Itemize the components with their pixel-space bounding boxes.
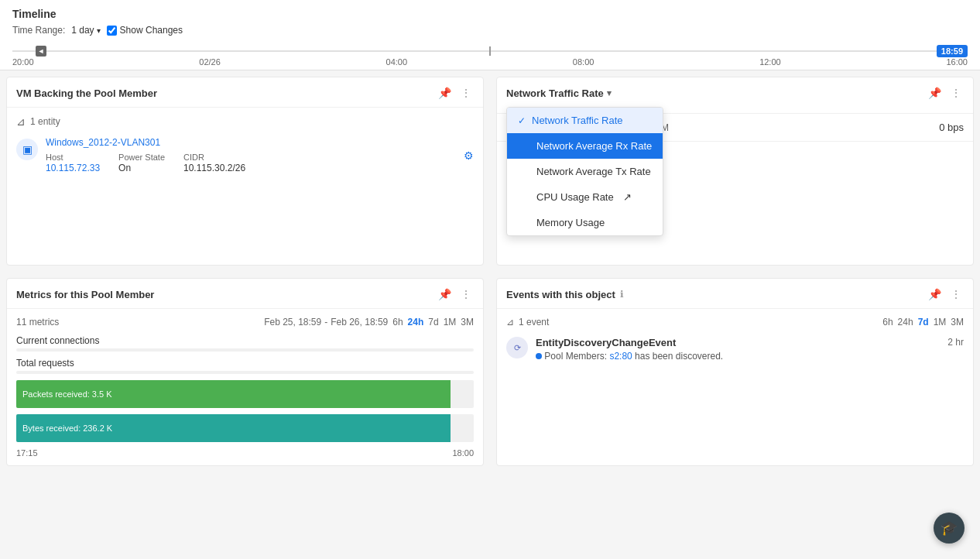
event-row: ⟳ EntityDiscoveryChangeEvent Pool Member… [506,337,964,362]
time-link-6h[interactable]: 6h [882,317,893,328]
more-options-icon[interactable]: ⋮ [458,85,474,101]
pin-icon[interactable]: 📌 [437,286,452,302]
metric-selector[interactable]: Network Traffic Rate ▾ [506,87,612,99]
timeline-controls: Time Range: 1 day ▾ Show Changes [12,25,968,36]
event-icon: ⟳ [506,337,528,358]
vm-panel-title: VM Backing the Pool Member [16,87,157,99]
metric-current-connections: Current connections [16,335,474,352]
time-link-1m[interactable]: 1M [444,317,457,328]
vm-panel: VM Backing the Pool Member 📌 ⋮ ⊿ 1 entit… [6,77,484,266]
time-link-6h[interactable]: 6h [392,317,403,328]
metrics-count: 11 metrics [16,317,59,328]
timeline-title: Timeline [12,8,968,20]
dropdown-item-network-avg-tx[interactable]: Network Average Tx Rate [507,159,663,184]
time-link-7d[interactable]: 7d [428,317,438,328]
tick-label: 08:00 [573,57,595,67]
tick-label: 16:00 [946,57,968,67]
more-options-icon[interactable]: ⋮ [948,286,964,302]
metrics-panel-actions: 📌 ⋮ [437,286,474,302]
host-value[interactable]: 10.115.72.33 [46,163,100,173]
metric-selector-label: Network Traffic Rate [506,87,604,99]
tick-label: 12:00 [759,57,781,67]
timeline-mid-marker [489,46,491,56]
event-type-icon: ⟳ [514,343,521,353]
cursor-indicator: ↗ [623,191,632,203]
metric-bytes-received: Bytes received: 236.2 K [16,414,474,442]
dropdown-item-label: Network Average Tx Rate [536,166,651,177]
events-panel-content: ⊿ 1 event 6h 24h 7d 1M 3M ⟳ EntityDiscov… [497,309,973,369]
time-link-3m[interactable]: 3M [461,317,474,328]
event-link[interactable]: s2:80 [609,351,632,362]
time-link-1m[interactable]: 1M [934,317,947,328]
date-separator: - [324,317,327,328]
date-end: Feb 26, 18:59 [331,317,388,328]
metric-dropdown-menu: ✓ Network Traffic Rate Network Average R… [506,107,663,236]
vm-name-link[interactable]: Windows_2012-2-VLAN301 [46,137,456,148]
timeline-section: Timeline Time Range: 1 day ▾ Show Change… [0,0,980,70]
event-time: 2 hr [947,337,964,348]
chart-x-labels: 17:15 18:00 [16,448,474,458]
more-options-icon[interactable]: ⋮ [458,286,474,302]
events-panel-title: Events with this object [506,289,615,300]
events-title-row: Events with this object ℹ [506,289,624,300]
vm-fields: Host 10.115.72.33 Power State On CIDR 10… [46,153,456,173]
dropdown-item-label: Memory Usage [536,217,605,228]
more-options-icon[interactable]: ⋮ [948,85,964,101]
dropdown-item-memory-usage[interactable]: Memory Usage [507,210,663,235]
time-link-24h[interactable]: 24h [898,317,913,328]
pin-icon[interactable]: 📌 [927,85,942,101]
chevron-down-icon: ▾ [97,26,101,35]
events-time-links: 6h 24h 7d 1M 3M [882,317,964,328]
cidr-value: 10.115.30.2/26 [183,163,245,173]
metric-total-requests: Total requests [16,358,474,374]
entity-count: 1 entity [30,116,60,127]
metric-bar-container: Bytes received: 236.2 K [16,414,474,442]
time-link-7d[interactable]: 7d [918,317,929,328]
power-state-field: Power State On [118,153,165,173]
metric-label: Current connections [16,335,474,346]
time-range-value: 1 day [71,25,94,36]
timeline-left-handle[interactable]: ◄ [36,46,46,57]
main-content: VM Backing the Pool Member 📌 ⋮ ⊿ 1 entit… [0,70,980,472]
dropdown-item-cpu-usage[interactable]: CPU Usage Rate ↗ [507,184,663,210]
metric-bar-container: Packets received: 3.5 K [16,380,474,408]
events-count: 1 event [519,317,549,328]
entity-info: ⊿ 1 entity [16,115,474,128]
show-changes-label[interactable]: Show Changes [107,25,183,36]
events-panel-header: Events with this object ℹ 📌 ⋮ [497,279,973,309]
settings-icon[interactable]: ⚙ [464,149,474,162]
dropdown-item-network-avg-rx[interactable]: Network Average Rx Rate [507,133,663,159]
time-range-label: Time Range: [12,25,65,36]
network-panel-right: 📌 ⋮ [927,85,964,101]
metric-bar-label: Packets received: 3.5 K [22,389,112,399]
show-changes-checkbox[interactable] [107,26,117,36]
event-title: EntityDiscoveryChangeEvent [536,337,940,348]
check-icon: ✓ [518,115,526,126]
tick-label: 04:00 [386,57,408,67]
info-icon[interactable]: ℹ [620,289,624,300]
timeline-right-handle[interactable]: 18:59 [937,45,968,57]
time-link-24h[interactable]: 24h [408,317,424,328]
event-desc-suffix: has been discovered. [635,351,723,362]
metrics-sub-header: 11 metrics Feb 25, 18:59 - Feb 26, 18:59… [16,317,474,328]
event-body: EntityDiscoveryChangeEvent Pool Members:… [536,337,940,362]
time-range-select[interactable]: 1 day ▾ [71,25,100,36]
vm-panel-content: ⊿ 1 entity ▣ Windows_2012-2-VLAN301 Host… [7,108,483,187]
pin-icon[interactable]: 📌 [927,286,942,302]
metric-bar-teal: Bytes received: 236.2 K [16,414,451,442]
metrics-date-range: Feb 25, 18:59 - Feb 26, 18:59 [264,317,388,328]
dropdown-item-network-traffic-rate[interactable]: ✓ Network Traffic Rate [507,108,663,133]
metric-packets-received: Packets received: 3.5 K [16,380,474,408]
x-label-start: 17:15 [16,448,38,458]
time-link-3m[interactable]: 3M [951,317,964,328]
vm-row: ▣ Windows_2012-2-VLAN301 Host 10.115.72.… [16,137,474,173]
metric-label: Total requests [16,358,474,369]
filter-icon: ⊿ [16,115,26,128]
cidr-label: CIDR [183,153,245,162]
metric-empty-bar [16,371,474,374]
pin-icon[interactable]: 📌 [437,85,452,101]
dropdown-item-label: Network Average Rx Rate [536,140,652,152]
vm-panel-header: VM Backing the Pool Member 📌 ⋮ [7,77,483,108]
metric-empty-bar [16,348,474,352]
metric-bar-green: Packets received: 3.5 K [16,380,451,408]
